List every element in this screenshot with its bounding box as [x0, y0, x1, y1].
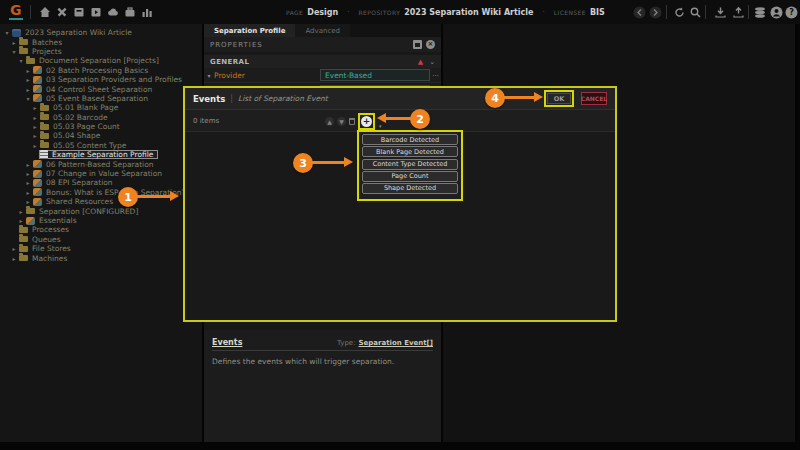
tree-item[interactable]: ▸Essentials	[0, 216, 202, 225]
home-icon[interactable]	[38, 5, 52, 19]
expander-closed-icon[interactable]: ▸	[24, 161, 32, 168]
project-icon	[33, 179, 42, 187]
move-up-icon[interactable]: ▲	[325, 117, 334, 126]
provider-value-field[interactable]: Event-Based	[320, 69, 430, 81]
cancel-button[interactable]: CANCEL	[581, 92, 607, 105]
tree-item[interactable]: ▾2023 Separation Wiki Article	[0, 28, 202, 37]
type-value-link[interactable]: Separation Event[]	[359, 339, 434, 347]
media-icon[interactable]	[89, 5, 103, 19]
license-value[interactable]: BIS	[590, 8, 605, 17]
dropdown-caret-icon[interactable]: ▾	[379, 123, 382, 129]
tab-label: Separation Profile	[214, 27, 285, 35]
tree-item-label: 05.05 Content Type	[53, 141, 126, 150]
tree-item[interactable]: ▾Projects	[0, 47, 202, 56]
upload-icon[interactable]	[731, 5, 745, 19]
tree-item[interactable]: ▸03 Separation Providers and Profiles	[0, 75, 202, 84]
delete-icon[interactable]	[349, 118, 355, 125]
download-icon[interactable]	[713, 5, 727, 19]
expander-closed-icon[interactable]: ▸	[31, 132, 39, 139]
expander-closed-icon[interactable]: ▸	[24, 189, 32, 196]
tree-item[interactable]: Queues	[0, 235, 202, 244]
search-icon[interactable]	[688, 5, 702, 19]
expander-closed-icon[interactable]: ▸	[10, 39, 18, 46]
dropdown-item[interactable]: Page Count	[362, 171, 458, 182]
expander-closed-icon[interactable]: ▸	[24, 86, 32, 93]
provider-row[interactable]: ▾ Provider Event-Based ...	[204, 68, 441, 83]
expander-closed-icon[interactable]: ▸	[31, 142, 39, 149]
tree-item[interactable]: ▾05 Event Based Separation	[0, 94, 202, 103]
expander-open-icon[interactable]: ▾	[17, 57, 25, 64]
callout-marker-4: 4	[485, 88, 505, 108]
tree-item[interactable]: ▾Document Separation [Projects]	[0, 56, 202, 65]
general-section-header[interactable]: GENERAL ▲ ⌄	[204, 55, 441, 68]
grooper-logo-icon[interactable]: G	[9, 2, 23, 20]
tree-item[interactable]: Processes	[0, 225, 202, 234]
folder-icon	[40, 114, 49, 120]
repository-value[interactable]: 2023 Separation Wiki Article	[404, 8, 533, 17]
bar-chart-icon[interactable]	[140, 5, 154, 19]
tree-item[interactable]: ▸05.01 Blank Page	[0, 103, 202, 112]
page-value[interactable]: Design	[307, 8, 338, 17]
close-icon[interactable]: ×	[426, 40, 435, 49]
add-event-dropdown: Barcode DetectedBlank Page DetectedConte…	[357, 130, 463, 201]
add-item-icon[interactable]: +	[361, 116, 372, 127]
expander-closed-icon[interactable]: ▸	[10, 245, 18, 252]
user-icon[interactable]	[769, 5, 783, 19]
expander-closed-icon[interactable]: ▸	[24, 67, 32, 74]
tree-item[interactable]: ▸05.02 Barcode	[0, 113, 202, 122]
briefcase-icon[interactable]	[123, 5, 137, 19]
callout-arrow-3	[311, 161, 344, 164]
expander-closed-icon[interactable]: ▸	[31, 104, 39, 111]
tree-item-label: 02 Batch Processing Basics	[46, 66, 148, 75]
tree-item[interactable]: ▸06 Pattern-Based Separation	[0, 159, 202, 168]
tree-item-label: Essentials	[39, 216, 77, 225]
tree-item[interactable]: ▸Batches	[0, 37, 202, 46]
expander-closed-icon[interactable]: ▸	[24, 179, 32, 186]
properties-header: PROPERTIES ×	[204, 37, 441, 52]
expander-closed-icon[interactable]: ▸	[17, 217, 25, 224]
tree-item[interactable]: ▸05.04 Shape	[0, 131, 202, 140]
cloud-icon[interactable]	[106, 5, 120, 19]
tab-advanced[interactable]: Advanced	[295, 24, 350, 37]
expander-open-icon[interactable]: ▾	[3, 29, 11, 36]
tree-item[interactable]: ▸04 Control Sheet Separation	[0, 84, 202, 93]
move-down-icon[interactable]: ▼	[337, 117, 346, 126]
database-icon[interactable]	[753, 5, 767, 19]
expander-open-icon[interactable]: ▾	[24, 95, 32, 102]
tab-separation-profile[interactable]: Separation Profile	[204, 24, 295, 37]
tree-item[interactable]: ▸05.03 Page Count	[0, 122, 202, 131]
tree-item[interactable]: ▸05.05 Content Type	[0, 141, 202, 150]
expander-closed-icon[interactable]: ▸	[31, 123, 39, 130]
tree-item[interactable]: ▸02 Batch Processing Basics	[0, 66, 202, 75]
ok-button[interactable]: OK	[547, 93, 571, 104]
dropdown-item[interactable]: Barcode Detected	[362, 134, 458, 145]
expander-closed-icon[interactable]: ▸	[24, 198, 32, 205]
expander-open-icon[interactable]: ▾	[10, 48, 18, 55]
expander-closed-icon[interactable]: ▸	[24, 170, 32, 177]
tree-item[interactable]: ▸File Stores	[0, 244, 202, 253]
dropdown-item[interactable]: Shape Detected	[362, 183, 458, 194]
chevron-down-icon[interactable]: ⌄	[429, 58, 435, 66]
archive-icon[interactable]	[72, 5, 86, 19]
help-icon[interactable]: ?	[784, 5, 798, 19]
tree-item[interactable]: ▸Machines	[0, 253, 202, 262]
expander-closed-icon[interactable]: ▸	[17, 208, 25, 215]
tree-item[interactable]: ▸08 EPI Separation	[0, 178, 202, 187]
dropdown-item[interactable]: Blank Page Detected	[362, 146, 458, 157]
expander-open-icon[interactable]: ▾	[204, 72, 214, 79]
tools-icon[interactable]	[55, 5, 69, 19]
refresh-icon[interactable]	[672, 5, 686, 19]
expander-closed-icon[interactable]: ▸	[10, 255, 18, 262]
expander-closed-icon[interactable]: ▸	[24, 76, 32, 83]
back-icon[interactable]	[632, 5, 646, 19]
save-icon[interactable]	[413, 40, 422, 49]
tree-item[interactable]: ▸Separation [CONFIGURED]	[0, 206, 202, 215]
forward-icon[interactable]	[648, 5, 662, 19]
tree-item[interactable]: Example Separation Profile	[0, 150, 202, 159]
dropdown-item[interactable]: Content Type Detected	[362, 159, 458, 170]
project-icon	[26, 217, 35, 225]
tree-item-label: Projects	[32, 47, 62, 56]
tree-item[interactable]: ▸07 Change in Value Separation	[0, 169, 202, 178]
provider-more-button[interactable]: ...	[432, 70, 439, 78]
expander-closed-icon[interactable]: ▸	[31, 114, 39, 121]
